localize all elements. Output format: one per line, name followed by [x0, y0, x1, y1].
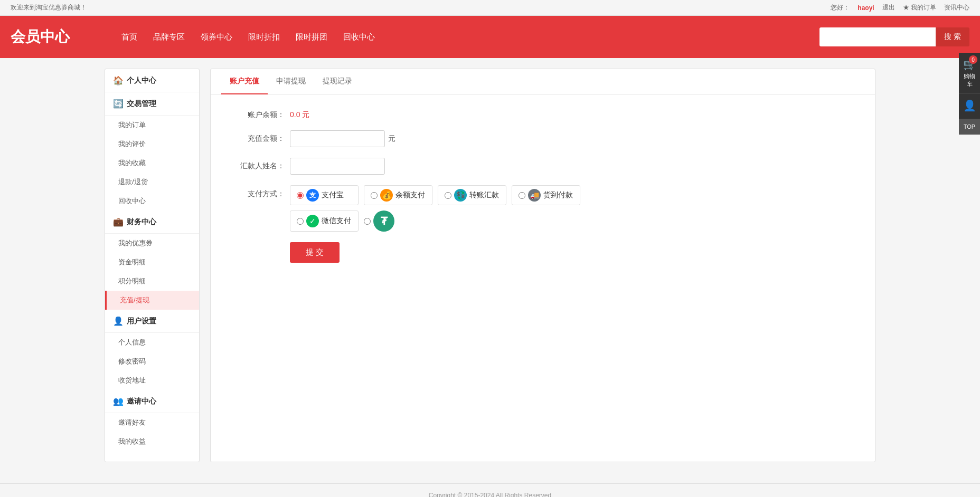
- tabs: 账户充值 申请提现 提现记录: [211, 69, 875, 94]
- user-settings-icon: 👤: [113, 316, 124, 326]
- invite-icon: 👥: [113, 396, 124, 406]
- greeting: 您好：: [831, 3, 850, 12]
- payment-radio-balance[interactable]: [371, 192, 378, 199]
- section-personal-center: 🏠 个人中心: [105, 69, 199, 92]
- sidebar-item-my-coupons[interactable]: 我的优惠券: [105, 234, 199, 253]
- copyright: Copyright © 2015-2024 All Rights Reserve…: [429, 492, 551, 497]
- payment-row-1: 支 支付宝 💰 余额支付 💱 转账汇款: [290, 185, 690, 205]
- section-trade-label: 交易管理: [127, 99, 156, 109]
- sidebar-item-points-detail[interactable]: 积分明细: [105, 272, 199, 291]
- payment-options: 支 支付宝 💰 余额支付 💱 转账汇款: [290, 185, 690, 232]
- info-center-link[interactable]: 资讯中心: [944, 3, 969, 12]
- tab-withdraw[interactable]: 申请提现: [268, 69, 314, 94]
- top-bar-right: 您好： haoyi 退出 ★ 我的订单 资讯中心: [831, 3, 969, 12]
- form-area: 账户余额： 0.0 元 充值金额： 元 汇款人姓名： 支付方式：: [211, 94, 875, 279]
- sidebar-item-refund[interactable]: 退款/退货: [105, 173, 199, 192]
- balance-label: 账户余额：: [232, 110, 285, 120]
- nav-home[interactable]: 首页: [121, 30, 137, 45]
- nav-coupons[interactable]: 领券中心: [201, 30, 232, 45]
- payment-radio-cod[interactable]: [519, 192, 525, 199]
- nav-discount[interactable]: 限时折扣: [248, 30, 280, 45]
- sidebar-item-fund-detail[interactable]: 资金明细: [105, 253, 199, 272]
- payment-radio-tether[interactable]: [364, 218, 371, 225]
- nav-recycle[interactable]: 回收中心: [343, 30, 375, 45]
- sidebar-item-recharge[interactable]: 充值/提现: [105, 291, 199, 310]
- tether-symbol: ₮: [381, 215, 388, 227]
- finance-icon: 💼: [113, 217, 124, 227]
- payment-option-tether[interactable]: ₮: [364, 211, 394, 232]
- payment-radio-transfer[interactable]: [445, 192, 451, 199]
- payment-option-wechat[interactable]: ✓ 微信支付: [290, 211, 359, 232]
- sidebar-item-my-earnings[interactable]: 我的收益: [105, 432, 199, 451]
- cart-label: 购物车: [962, 72, 977, 88]
- right-sidebar: 0 🛒 购物车 👤 TOP: [959, 53, 980, 135]
- top-bar: 欢迎来到淘宝优惠券商城！ 您好： haoyi 退出 ★ 我的订单 资讯中心: [0, 0, 980, 16]
- transfer-icon: 💱: [454, 189, 467, 202]
- welcome-text: 欢迎来到淘宝优惠券商城！: [11, 3, 87, 12]
- top-button[interactable]: TOP: [959, 119, 980, 135]
- search-box: 搜 索: [819, 27, 969, 46]
- cod-label: 货到付款: [543, 190, 573, 200]
- remitter-input[interactable]: [290, 158, 385, 175]
- delivery-icon: 🚚: [528, 189, 541, 202]
- search-input[interactable]: [819, 27, 936, 46]
- sidebar-item-shipping-address[interactable]: 收货地址: [105, 371, 199, 390]
- main-nav: 首页 品牌专区 领券中心 限时折扣 限时拼团 回收中心: [121, 30, 819, 45]
- logout-link[interactable]: 退出: [882, 3, 895, 12]
- payment-radio-wechat[interactable]: [297, 218, 304, 225]
- sidebar-item-recycle[interactable]: 回收中心: [105, 192, 199, 211]
- payment-option-alipay[interactable]: 支 支付宝: [290, 185, 359, 205]
- username: haoyi: [858, 4, 874, 12]
- section-finance-center: 💼 财务中心: [105, 211, 199, 234]
- payment-section: 支付方式： 支 支付宝 💰 余额支付: [232, 185, 854, 232]
- payment-label: 支付方式：: [232, 185, 285, 199]
- recharge-row: 充值金额： 元: [232, 130, 854, 147]
- nav-groupbuy[interactable]: 限时拼团: [296, 30, 327, 45]
- remitter-row: 汇款人姓名：: [232, 158, 854, 175]
- payment-option-transfer[interactable]: 💱 转账汇款: [438, 185, 506, 205]
- cart-sidebar-item[interactable]: 0 🛒 购物车: [959, 53, 980, 94]
- header: 会员中心 首页 品牌专区 领券中心 限时折扣 限时拼团 回收中心 搜 索: [0, 16, 980, 58]
- alipay-icon: 支: [306, 189, 319, 202]
- balance-icon: 💰: [380, 189, 393, 202]
- recharge-unit: 元: [388, 134, 395, 144]
- user-icon: 👤: [963, 99, 976, 112]
- sidebar-item-my-orders[interactable]: 我的订单: [105, 116, 199, 135]
- content-area: 账户充值 申请提现 提现记录 账户余额： 0.0 元 充值金额： 元 汇款人姓名…: [210, 69, 875, 462]
- balance-value: 0.0 元: [290, 110, 309, 120]
- wechat-icon: ✓: [306, 215, 319, 227]
- section-invite-center: 👥 邀请中心: [105, 390, 199, 413]
- top-label: TOP: [964, 123, 975, 130]
- transfer-label: 转账汇款: [469, 190, 499, 200]
- recharge-input[interactable]: [290, 130, 385, 147]
- recharge-label: 充值金额：: [232, 134, 285, 144]
- submit-row: 提 交: [232, 242, 854, 263]
- tab-withdraw-history[interactable]: 提现记录: [314, 69, 361, 94]
- trade-icon: 🔄: [113, 99, 124, 109]
- tab-recharge[interactable]: 账户充值: [221, 69, 268, 94]
- home-icon: 🏠: [113, 75, 124, 85]
- section-user-settings-label: 用户设置: [127, 317, 156, 326]
- search-button[interactable]: 搜 索: [936, 27, 969, 46]
- payment-option-cod[interactable]: 🚚 货到付款: [512, 185, 580, 205]
- sidebar-item-invite-friends[interactable]: 邀请好友: [105, 413, 199, 432]
- sidebar-item-change-password[interactable]: 修改密码: [105, 352, 199, 371]
- sidebar-item-my-favorites[interactable]: 我的收藏: [105, 154, 199, 173]
- alipay-label: 支付宝: [322, 190, 344, 200]
- cart-badge: 0: [969, 55, 977, 64]
- section-personal-label: 个人中心: [127, 76, 156, 85]
- sidebar-item-personal-info[interactable]: 个人信息: [105, 333, 199, 352]
- balance-row: 账户余额： 0.0 元: [232, 110, 854, 120]
- remitter-label: 汇款人姓名：: [232, 161, 285, 171]
- sidebar-item-my-reviews[interactable]: 我的评价: [105, 135, 199, 154]
- nav-brands[interactable]: 品牌专区: [153, 30, 185, 45]
- my-orders-link[interactable]: ★ 我的订单: [903, 3, 936, 12]
- wechat-label: 微信支付: [322, 216, 351, 226]
- payment-option-balance[interactable]: 💰 余额支付: [364, 185, 432, 205]
- submit-button[interactable]: 提 交: [290, 242, 340, 263]
- payment-radio-alipay[interactable]: [297, 192, 304, 199]
- balance-label: 余额支付: [395, 190, 425, 200]
- logo: 会员中心: [11, 27, 90, 47]
- section-user-settings: 👤 用户设置: [105, 310, 199, 333]
- user-sidebar-item[interactable]: 👤: [959, 94, 980, 119]
